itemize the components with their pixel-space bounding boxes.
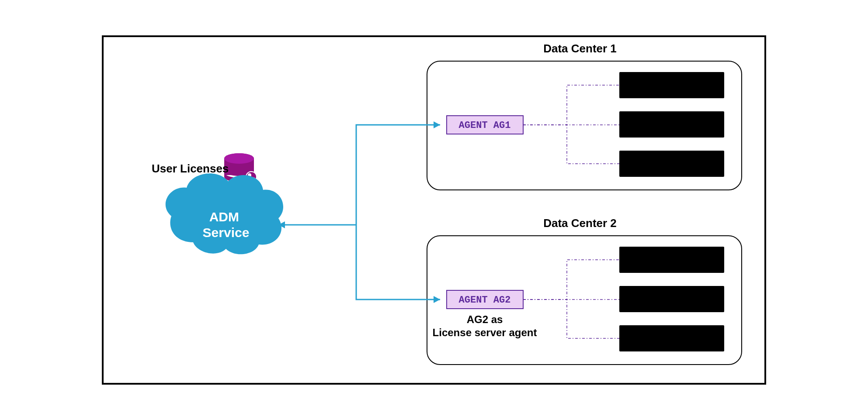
agent-ag2: AGENT AG2 xyxy=(447,290,523,309)
dc1-title: Data Center 1 xyxy=(543,42,617,55)
adc-adc13: ADC13 xyxy=(619,151,724,177)
link-ag2-adc23 xyxy=(523,300,619,338)
diagram-root: User Licenses ADM Service Data Center 1 … xyxy=(0,0,868,420)
ag2-sub-2: License server agent xyxy=(433,327,537,338)
svg-text:ADC23: ADC23 xyxy=(653,334,682,345)
diagram-frame: User Licenses ADM Service Data Center 1 … xyxy=(102,35,766,385)
agent-ag1: AGENT AG1 xyxy=(447,116,523,134)
adc-adc12: ADC12 xyxy=(619,111,724,138)
svg-text:ADC22: ADC22 xyxy=(653,295,682,306)
svg-text:ADC21: ADC21 xyxy=(653,255,682,266)
svg-text:ADC11: ADC11 xyxy=(653,81,682,92)
dc2-title: Data Center 2 xyxy=(543,217,617,230)
link-ag1-adc11 xyxy=(523,85,619,125)
arrow-ag2 xyxy=(434,296,440,303)
svg-text:ADC13: ADC13 xyxy=(653,159,682,170)
link-ag2-adc21 xyxy=(523,260,619,300)
adc-adc23: ADC23 xyxy=(619,325,724,351)
ag2-sub-1: AG2 as xyxy=(467,313,503,325)
adc-adc22: ADC22 xyxy=(619,286,724,312)
diagram-svg: User Licenses ADM Service Data Center 1 … xyxy=(104,37,764,383)
adc-adc11: ADC11 xyxy=(619,72,724,98)
agent-ag1-label: AGENT AG1 xyxy=(459,120,511,131)
link-cloud-ag2 xyxy=(356,225,440,300)
arrow-ag1 xyxy=(434,121,440,128)
link-ag1-adc13 xyxy=(523,125,619,164)
adc-adc21: ADC21 xyxy=(619,247,724,273)
agent-ag2-label: AGENT AG2 xyxy=(459,295,511,306)
user-licenses-label: User Licenses xyxy=(152,162,229,175)
link-cloud-ag1 xyxy=(356,125,440,225)
svg-text:ADC12: ADC12 xyxy=(653,120,682,131)
